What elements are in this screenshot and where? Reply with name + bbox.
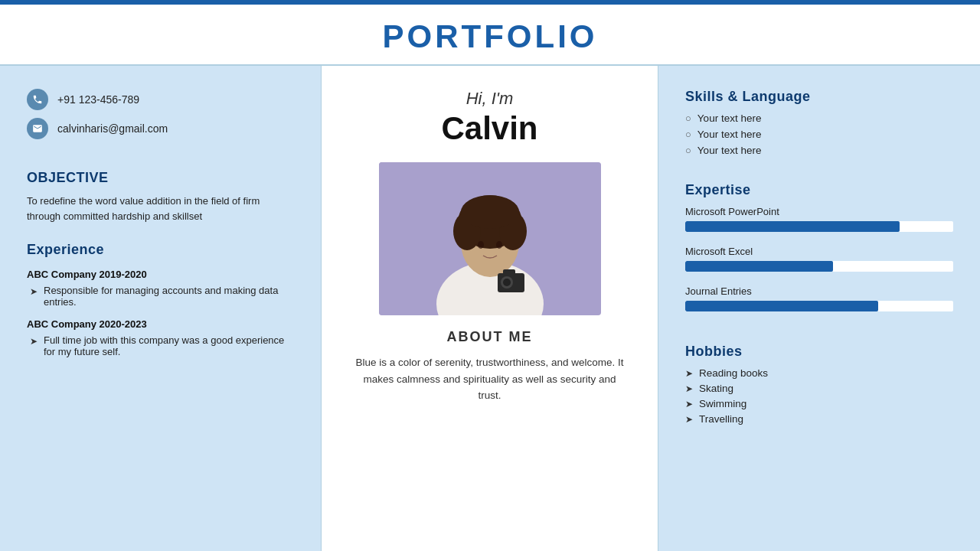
expertise-powerpoint-label: Microsoft PowerPoint [685, 206, 953, 217]
expertise-powerpoint: Microsoft PowerPoint [685, 206, 953, 232]
contact-section: +91 123-456-789 calvinharis@gmail.com [27, 89, 294, 147]
skills-heading: Skills & Language [685, 89, 953, 105]
about-text: Blue is a color of serenity, trustworthi… [352, 354, 627, 404]
objective-text: To redefine the word value addition in t… [27, 194, 294, 223]
phone-contact: +91 123-456-789 [27, 89, 294, 110]
center-panel: Hi, I'm Calvin [322, 66, 658, 551]
expertise-journal: Journal Entries [685, 285, 953, 311]
person-name: Calvin [441, 110, 537, 147]
hobby-2: ➤ Skating [685, 383, 953, 394]
expertise-journal-label: Journal Entries [685, 285, 953, 297]
experience-heading: Experience [27, 242, 294, 258]
expertise-excel-track [685, 261, 953, 272]
skill-item-1: Your text here [685, 112, 953, 124]
hobby-arrow-3: ➤ [685, 399, 693, 409]
greeting-text: Hi, I'm [466, 89, 514, 109]
hobbies-heading: Hobbies [685, 344, 953, 360]
job-1-bullet-1: ➤ Responsible for managing accounts and … [27, 285, 294, 308]
expertise-journal-fill [685, 301, 878, 311]
main-layout: +91 123-456-789 calvinharis@gmail.com OB… [0, 66, 980, 551]
company-2-name: ABC Company 2020-2023 [27, 318, 294, 330]
svg-point-8 [496, 241, 502, 249]
experience-section: Experience ABC Company 2019-2020 ➤ Respo… [27, 223, 294, 360]
job-1-desc-1: Responsible for managing accounts and ma… [44, 285, 294, 308]
arrow-icon-1: ➤ [30, 286, 38, 297]
expertise-powerpoint-track [685, 221, 953, 232]
phone-icon [27, 89, 48, 110]
svg-point-7 [478, 241, 484, 249]
objective-section: OBJECTIVE To redefine the word value add… [27, 170, 294, 223]
job-2: ABC Company 2020-2023 ➤ Full time job wi… [27, 318, 294, 357]
left-panel: +91 123-456-789 calvinharis@gmail.com OB… [0, 66, 322, 551]
company-1-name: ABC Company 2019-2020 [27, 269, 294, 280]
expertise-powerpoint-fill [685, 221, 900, 232]
job-1: ABC Company 2019-2020 ➤ Responsible for … [27, 269, 294, 308]
hobby-arrow-1: ➤ [685, 368, 693, 379]
expertise-journal-track [685, 301, 953, 311]
hobby-3: ➤ Swimming [685, 398, 953, 409]
hobbies-section: Hobbies ➤ Reading books ➤ Skating ➤ Swim… [685, 325, 953, 429]
hobby-1: ➤ Reading books [685, 367, 953, 379]
about-heading: ABOUT ME [447, 329, 533, 345]
objective-heading: OBJECTIVE [27, 170, 294, 186]
expertise-excel-fill [685, 261, 833, 272]
skill-item-2: Your text here [685, 129, 953, 140]
expertise-excel: Microsoft Excel [685, 246, 953, 272]
expertise-heading: Expertise [685, 182, 953, 198]
right-panel: Skills & Language Your text here Your te… [658, 66, 980, 551]
svg-point-12 [503, 279, 511, 286]
skills-list: Your text here Your text here Your text … [685, 112, 953, 156]
hobby-arrow-4: ➤ [685, 414, 693, 425]
svg-point-6 [461, 195, 519, 229]
arrow-icon-2: ➤ [30, 336, 38, 347]
header: PORTFOLIO [0, 5, 980, 66]
skill-item-3: Your text here [685, 145, 953, 156]
phone-number: +91 123-456-789 [57, 93, 139, 106]
email-address: calvinharis@gmail.com [57, 122, 168, 135]
expertise-section: Expertise Microsoft PowerPoint Microsoft… [685, 164, 953, 325]
portfolio-title: PORTFOLIO [0, 18, 980, 55]
job-2-bullet-1: ➤ Full time job with this company was a … [27, 334, 294, 357]
job-2-desc-1: Full time job with this company was a go… [44, 334, 294, 357]
svg-rect-10 [503, 269, 515, 276]
skills-section: Skills & Language Your text here Your te… [685, 89, 953, 164]
expertise-excel-label: Microsoft Excel [685, 246, 953, 257]
email-icon [27, 118, 48, 139]
email-contact: calvinharis@gmail.com [27, 118, 294, 139]
hobby-4: ➤ Travelling [685, 413, 953, 425]
hobbies-list: ➤ Reading books ➤ Skating ➤ Swimming ➤ T… [685, 367, 953, 425]
portrait-container [379, 162, 601, 315]
hobby-arrow-2: ➤ [685, 383, 693, 394]
